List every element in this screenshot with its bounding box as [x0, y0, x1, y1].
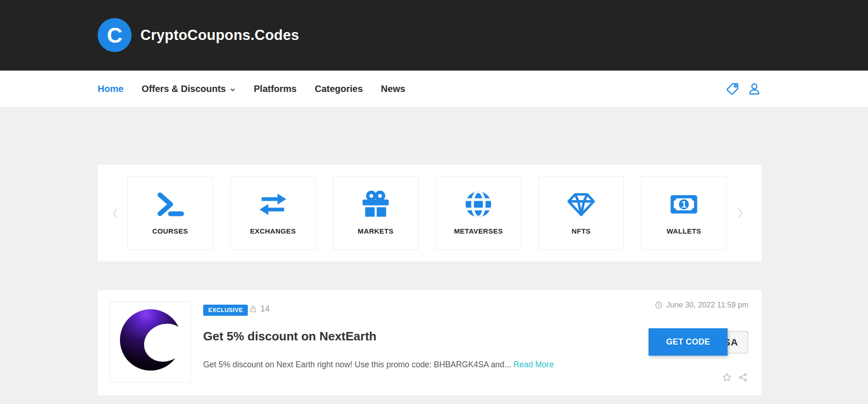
terminal-icon	[153, 189, 187, 220]
nav-item-home[interactable]: Home	[98, 84, 124, 94]
exchange-arrows-icon	[256, 189, 290, 220]
user-icon[interactable]	[747, 82, 762, 96]
header-inner: C CryptoCoupons.Codes	[98, 0, 868, 52]
category-tile-label: COURSES	[152, 227, 188, 235]
nextearth-logo-ring	[120, 309, 181, 371]
nav-item-platforms[interactable]: Platforms	[254, 84, 297, 94]
category-tiles: COURSES EXCHANGES MARKETS METAVERSES NFT…	[127, 176, 727, 250]
category-tile-label: MARKETS	[358, 227, 394, 235]
nav-item-categories[interactable]: Categories	[315, 84, 363, 94]
nav-list: Home Offers & Discounts Platforms Catego…	[98, 84, 405, 94]
site-logo[interactable]: C	[98, 18, 132, 52]
exclusive-badge[interactable]: EXCLUSIVE	[203, 305, 248, 316]
category-tile-nfts[interactable]: NFTS	[538, 176, 624, 250]
expiry-timestamp: June 30, 2022 11:59 pm	[655, 300, 749, 309]
nextearth-logo-hole	[138, 318, 191, 368]
globe-icon	[461, 189, 496, 220]
lock-open-icon	[249, 305, 258, 313]
category-tile-label: EXCHANGES	[250, 227, 296, 235]
get-code-button[interactable]: GET CODE	[649, 328, 728, 356]
expiry-timestamp-text: June 30, 2022 11:59 pm	[666, 300, 749, 309]
diamond-icon	[564, 189, 598, 220]
coupon-title[interactable]: Get 5% discount on NextEarth	[203, 329, 377, 344]
category-tile-label: METAVERSES	[454, 227, 503, 235]
nav-actions	[725, 82, 762, 96]
category-tile-courses[interactable]: COURSES	[127, 176, 213, 250]
chevron-down-icon	[230, 85, 236, 93]
coupon-card: EXCLUSIVE 14 Get 5% discount on NextEart…	[98, 290, 762, 395]
coupon-description: Get 5% discount on Next Earth right now!…	[203, 360, 554, 370]
banknote-icon: 1	[667, 189, 701, 220]
coupon-actions	[722, 372, 749, 383]
nav-item-news[interactable]: News	[381, 84, 405, 94]
clock-icon	[655, 301, 663, 309]
coupon-description-text: Get 5% discount on Next Earth right now!…	[203, 360, 511, 369]
svg-text:1: 1	[681, 199, 686, 209]
main-nav: Home Offers & Discounts Platforms Catego…	[0, 71, 868, 108]
category-tile-markets[interactable]: MARKETS	[333, 176, 418, 250]
categories-carousel: COURSES EXCHANGES MARKETS METAVERSES NFT…	[98, 165, 762, 261]
star-icon[interactable]	[722, 372, 732, 383]
category-tile-label: WALLETS	[667, 227, 701, 235]
chevron-left-icon[interactable]	[110, 203, 121, 223]
chevron-right-icon[interactable]	[735, 203, 746, 223]
tag-icon[interactable]	[725, 82, 740, 96]
category-tile-exchanges[interactable]: EXCHANGES	[230, 176, 316, 250]
gift-icon	[358, 189, 393, 220]
category-tile-wallets[interactable]: 1 WALLETS	[641, 176, 727, 250]
site-header: C CryptoCoupons.Codes	[0, 0, 868, 71]
coupon-brand-logo[interactable]	[110, 301, 191, 383]
code-widget: BHBARGK4SA GET CODE	[649, 328, 748, 356]
share-icon[interactable]	[738, 372, 749, 383]
read-more-link[interactable]: Read More	[513, 360, 554, 369]
uses-count: 14	[260, 304, 270, 314]
nav-inner: Home Offers & Discounts Platforms Catego…	[98, 71, 762, 107]
site-title[interactable]: CryptoCoupons.Codes	[140, 27, 299, 44]
site-logo-letter: C	[107, 23, 122, 48]
nav-item-offers-discounts[interactable]: Offers & Discounts	[142, 84, 236, 94]
category-tile-metaverses[interactable]: METAVERSES	[436, 176, 521, 250]
uses-counter: 14	[249, 304, 270, 314]
category-tile-label: NFTS	[572, 227, 591, 235]
